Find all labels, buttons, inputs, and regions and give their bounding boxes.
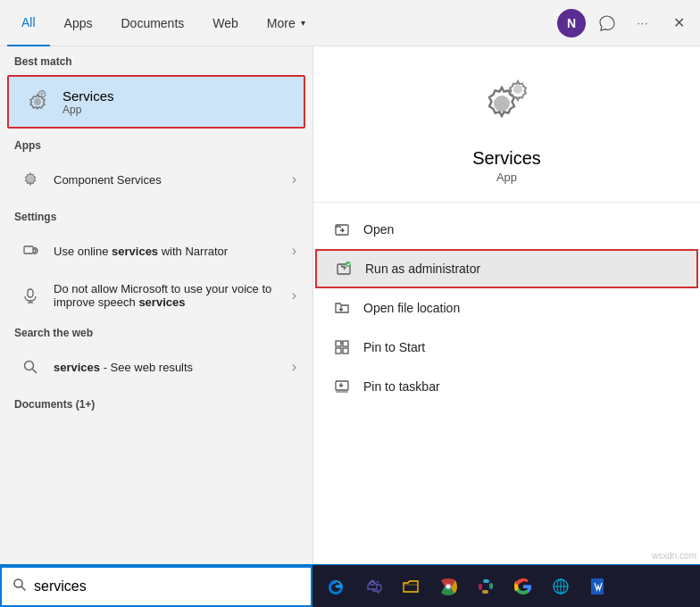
taskbar-explorer[interactable] (395, 570, 427, 603)
action-file-location[interactable]: Open file location (313, 288, 700, 328)
action-open-label: Open (363, 222, 394, 237)
right-app-info: Services App (313, 46, 700, 203)
settings-speech-item[interactable]: Do not allow Microsoft to use your voice… (4, 273, 309, 318)
svg-point-20 (14, 579, 22, 587)
action-pin-taskbar[interactable]: Pin to taskbar (313, 367, 700, 406)
chevron-down-icon: ▾ (301, 18, 305, 28)
taskbar (312, 565, 700, 607)
taskbar-google[interactable] (507, 570, 539, 603)
svg-rect-15 (343, 341, 348, 346)
best-match-subtitle: App (62, 104, 114, 116)
feedback-icon[interactable] (593, 9, 621, 37)
action-file-location-label: Open file location (363, 301, 460, 315)
svg-rect-16 (336, 348, 341, 353)
svg-point-7 (25, 362, 34, 370)
right-app-name: Services (472, 148, 541, 169)
services-icon (21, 86, 54, 118)
tab-documents[interactable]: Documents (106, 0, 198, 46)
action-runas-label: Run as administrator (365, 262, 480, 276)
search-input[interactable]: services (34, 578, 300, 595)
taskbar-chrome[interactable] (432, 570, 464, 603)
more-options-icon[interactable]: ··· (629, 9, 657, 37)
svg-rect-26 (479, 584, 482, 590)
svg-point-1 (40, 92, 44, 96)
narrator-icon (16, 237, 45, 265)
pin-taskbar-icon (331, 376, 353, 397)
top-navigation: All Apps Documents Web More ▾ N ··· ✕ (0, 0, 700, 46)
nav-right-controls: N ··· ✕ (557, 9, 693, 37)
documents-section-label: Documents (1+) (0, 389, 312, 416)
tab-more[interactable]: More ▾ (253, 0, 320, 46)
svg-point-0 (34, 98, 41, 105)
svg-rect-17 (343, 348, 348, 353)
right-app-icon (475, 73, 539, 137)
close-icon[interactable]: ✕ (664, 9, 693, 37)
taskbar-comms[interactable] (545, 570, 577, 603)
svg-rect-4 (28, 289, 33, 297)
narrator-arrow (292, 243, 296, 259)
left-panel: Best match Services App (0, 46, 312, 564)
action-pin-taskbar-label: Pin to taskbar (363, 379, 440, 394)
file-location-icon (331, 297, 353, 319)
tab-apps[interactable]: Apps (50, 0, 107, 46)
svg-point-9 (494, 96, 510, 112)
svg-rect-29 (482, 590, 488, 594)
right-actions-list: Open Run as administrator (313, 203, 700, 413)
settings-section-label: Settings (0, 202, 312, 229)
taskbar-edge[interactable] (320, 570, 352, 603)
component-services-icon (16, 165, 45, 194)
search-icon (12, 578, 27, 595)
action-open[interactable]: Open (313, 210, 700, 249)
speech-icon (16, 281, 45, 310)
svg-rect-14 (336, 341, 341, 346)
narrator-label: Use online services with Narrator (54, 245, 292, 258)
component-services-label: Component Services (54, 173, 292, 187)
best-match-label: Best match (0, 46, 312, 73)
svg-point-23 (377, 581, 379, 584)
bottom-bar: services (0, 564, 700, 607)
svg-point-2 (27, 176, 34, 183)
best-match-services[interactable]: Services App (7, 75, 305, 129)
svg-line-8 (33, 370, 38, 374)
main-content: Best match Services App (0, 46, 700, 564)
svg-line-21 (21, 586, 26, 591)
pin-start-icon (331, 337, 353, 358)
runas-icon (333, 258, 354, 279)
taskbar-teams[interactable] (357, 570, 389, 603)
best-match-title: Services (62, 88, 114, 104)
action-runas[interactable]: Run as administrator (315, 249, 698, 288)
action-pin-start-label: Pin to Start (363, 340, 425, 354)
right-app-type: App (496, 170, 517, 184)
svg-rect-3 (24, 246, 33, 254)
web-arrow (292, 359, 296, 375)
svg-point-25 (446, 585, 451, 589)
svg-rect-19 (336, 391, 348, 393)
right-panel: Services App Open (312, 46, 700, 564)
svg-point-10 (513, 85, 522, 94)
taskbar-word[interactable] (582, 570, 614, 603)
action-pin-start[interactable]: Pin to Start (313, 328, 700, 367)
svg-point-13 (346, 262, 351, 267)
svg-rect-34 (591, 578, 604, 595)
apps-section-label: Apps (0, 130, 312, 157)
search-web-icon (16, 353, 45, 381)
web-search-item[interactable]: services - See web results (4, 345, 309, 389)
web-section-label: Search the web (0, 318, 312, 345)
apps-component-services[interactable]: Component Services (4, 157, 309, 202)
svg-rect-28 (489, 583, 493, 589)
component-services-arrow (292, 171, 296, 187)
tab-web[interactable]: Web (198, 0, 253, 46)
speech-label: Do not allow Microsoft to use your voice… (54, 282, 292, 309)
svg-rect-27 (483, 579, 489, 583)
open-icon (331, 219, 353, 240)
avatar[interactable]: N (557, 9, 586, 37)
speech-arrow (292, 287, 296, 304)
watermark: wsxdn.com (652, 551, 696, 561)
best-match-text: Services App (62, 88, 114, 116)
settings-narrator-item[interactable]: Use online services with Narrator (4, 229, 309, 273)
taskbar-slack[interactable] (470, 570, 502, 603)
search-area[interactable]: services (0, 566, 312, 607)
tab-all[interactable]: All (7, 0, 50, 46)
web-search-label: services - See web results (54, 361, 292, 374)
